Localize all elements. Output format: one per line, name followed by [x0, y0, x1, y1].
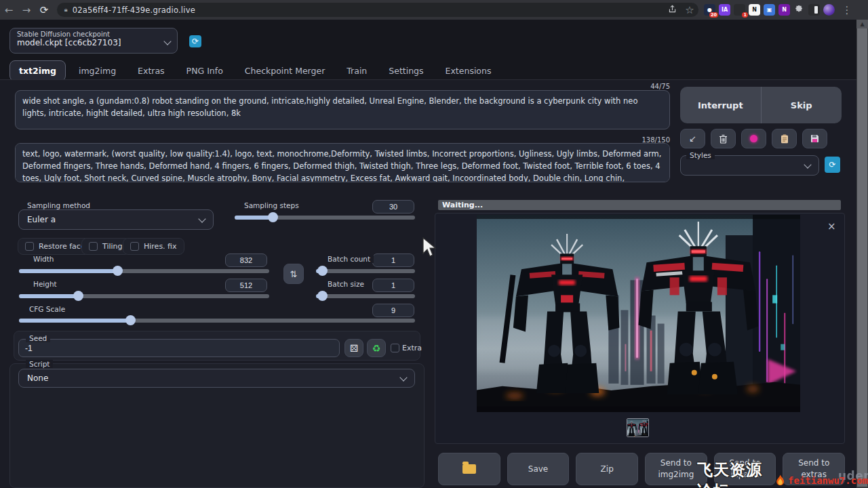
width-slider[interactable] — [19, 269, 269, 273]
batch-count-label: Batch count — [324, 255, 374, 263]
chevron-down-icon — [804, 161, 811, 168]
cfg-scale-slider[interactable] — [19, 319, 415, 323]
tab-checkpoint-merger[interactable]: Checkpoint Merger — [236, 61, 334, 81]
script-dropdown[interactable]: None — [18, 369, 415, 388]
browser-toolbar: ← → ⟳ 🔒︎ 02a56ff4-71ff-439e.gradio.live … — [0, 0, 868, 20]
extra-seed-label: Extra — [402, 344, 422, 352]
sampling-steps-label: Sampling steps — [241, 201, 302, 209]
interrupt-button[interactable]: Interrupt — [680, 87, 761, 123]
batch-count-value[interactable] — [372, 253, 414, 267]
tab-img2img[interactable]: img2img — [70, 61, 125, 81]
send-to-inpaint-button[interactable]: Send to inpaint — [714, 453, 776, 485]
ext-dark-icon[interactable]: 1 — [734, 4, 745, 16]
scrollbar-thumb[interactable] — [857, 28, 867, 487]
swap-dimensions-button[interactable]: ⇅ — [283, 264, 304, 284]
output-actions: Save Zip Send to img2img Send to inpaint… — [438, 453, 845, 485]
styles-label: Styles — [686, 151, 715, 159]
sampling-method-label: Sampling method — [24, 201, 94, 209]
puzzle-icon[interactable] — [793, 4, 805, 16]
udemy-watermark: udemy — [838, 469, 868, 483]
prompt-input[interactable]: wide shot angle, a (gundam:0.8) robot st… — [15, 90, 670, 129]
trash-icon — [719, 134, 728, 144]
recycle-icon: ♻ — [372, 343, 381, 354]
negative-prompt-input[interactable]: text, logo, watermark, (worst quality, l… — [15, 143, 670, 182]
batch-count-slider[interactable] — [316, 269, 415, 273]
ext-image-icon[interactable]: ▣ — [764, 4, 775, 16]
ext-notion-icon[interactable]: N — [749, 4, 760, 16]
seed-label: Seed — [26, 334, 50, 342]
hires-fix-checkbox[interactable] — [130, 242, 139, 251]
extension-strip: ●20 IA 1 N ▣ N ⋮ — [704, 4, 856, 16]
interrupt-skip-group: Interrupt Skip — [680, 87, 842, 123]
chevron-down-icon — [399, 373, 407, 381]
floppy-disk-icon — [810, 134, 819, 143]
progress-bar: Waiting... — [438, 200, 841, 210]
width-label: Width — [30, 255, 58, 263]
tab-train[interactable]: Train — [338, 61, 376, 81]
reuse-seed-button[interactable]: ♻ — [367, 339, 386, 357]
width-value[interactable] — [225, 253, 267, 267]
height-label: Height — [30, 280, 60, 288]
batch-size-label: Batch size — [324, 280, 368, 288]
folder-icon — [462, 464, 476, 474]
height-slider[interactable] — [19, 294, 269, 298]
sidebar-toggle-icon[interactable] — [808, 4, 820, 16]
tab-png-info[interactable]: PNG Info — [178, 61, 232, 81]
tab-settings[interactable]: Settings — [380, 61, 432, 81]
hires-fix-label: Hires. fix — [144, 242, 177, 251]
clear-prompt-button[interactable] — [711, 129, 736, 148]
gundam-scene — [477, 215, 800, 412]
share-icon[interactable] — [663, 5, 681, 16]
paste-params-button[interactable]: ↙ — [680, 129, 705, 148]
ext-pin-icon[interactable]: ●20 — [704, 4, 715, 16]
generated-image[interactable] — [477, 215, 800, 412]
checkpoint-label: Stable Diffusion checkpoint — [17, 30, 177, 38]
sampling-steps-value[interactable] — [372, 200, 414, 214]
page-scrollbar[interactable]: ▲ — [856, 20, 868, 488]
profile-avatar[interactable] — [823, 4, 835, 16]
styles-refresh-button[interactable]: ⟳ — [825, 157, 840, 173]
tab-extras[interactable]: Extras — [129, 61, 174, 81]
gallery-thumbnail[interactable] — [627, 418, 649, 437]
gundam-scene-thumb — [627, 419, 649, 437]
restore-faces-checkbox[interactable] — [25, 242, 34, 251]
close-icon[interactable]: × — [827, 220, 836, 232]
bookmark-star-icon[interactable]: ☆ — [681, 4, 698, 16]
reload-icon[interactable]: ⟳ — [35, 4, 53, 16]
hires-fix-option[interactable]: Hires. fix — [123, 238, 184, 255]
open-folder-button[interactable] — [438, 453, 500, 485]
sampling-method-dropdown[interactable]: Euler a — [18, 209, 214, 230]
scrollbar-up-arrow[interactable]: ▲ — [856, 20, 868, 28]
save-style-button[interactable] — [802, 129, 827, 148]
tiling-checkbox[interactable] — [89, 242, 98, 251]
tab-extensions[interactable]: Extensions — [437, 61, 500, 81]
extra-seed-checkbox[interactable] — [391, 344, 399, 352]
cfg-scale-value[interactable] — [372, 304, 414, 317]
lock-icon: 🔒︎ — [64, 6, 68, 14]
back-icon[interactable]: ← — [0, 4, 18, 16]
forward-icon[interactable]: → — [18, 4, 35, 16]
address-bar[interactable]: 🔒︎ 02a56ff4-71ff-439e.gradio.live ☆ — [57, 3, 698, 17]
send-to-img2img-button[interactable]: Send to img2img — [645, 453, 707, 485]
random-seed-button[interactable]: ⚄ — [344, 339, 363, 357]
save-button[interactable]: Save — [507, 453, 570, 485]
extra-networks-button[interactable] — [741, 129, 766, 148]
skip-button[interactable]: Skip — [762, 87, 842, 123]
menu-dots-icon[interactable]: ⋮ — [838, 4, 856, 16]
zip-button[interactable]: Zip — [576, 453, 638, 485]
send-to-extras-button[interactable]: Send to extras — [783, 453, 845, 485]
main-tabs: txt2img img2img Extras PNG Info Checkpoi… — [9, 60, 500, 81]
apply-style-button[interactable] — [772, 129, 797, 148]
checkpoint-dropdown[interactable]: Stable Diffusion checkpoint model.ckpt [… — [9, 28, 178, 54]
app-window: ← → ⟳ 🔒︎ 02a56ff4-71ff-439e.gradio.live … — [0, 0, 868, 488]
prompt-counter: 44/75 — [633, 83, 670, 90]
sampling-steps-slider[interactable] — [235, 216, 415, 220]
batch-size-value[interactable] — [372, 279, 414, 292]
tab-txt2img[interactable]: txt2img — [9, 60, 66, 81]
ext-onenote-icon[interactable]: N — [778, 4, 790, 16]
seed-input[interactable] — [18, 339, 340, 357]
height-value[interactable] — [225, 279, 267, 292]
batch-size-slider[interactable] — [316, 294, 415, 298]
checkpoint-refresh-button[interactable]: ⟳ — [189, 35, 201, 47]
ext-ia-icon[interactable]: IA — [719, 4, 730, 16]
